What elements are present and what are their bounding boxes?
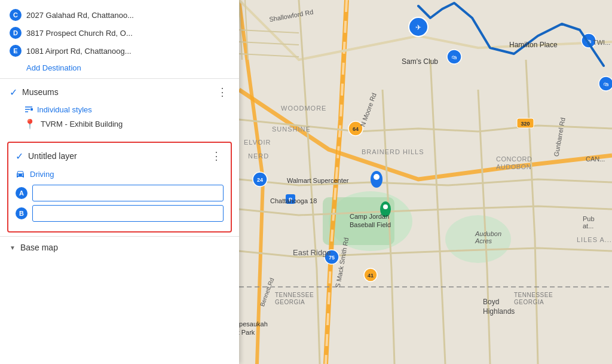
map-label-elvoir: ELVOIR xyxy=(244,139,271,146)
map-label-hamilton: Hamilton Place xyxy=(509,41,558,49)
destination-c[interactable]: C 2027 Galahad Rd, Chattanoo... xyxy=(10,6,230,24)
badge-d: D xyxy=(10,27,22,39)
map-label-pub: Pubat... xyxy=(583,215,595,230)
car-icon xyxy=(16,169,25,179)
route-input-b[interactable] xyxy=(32,205,224,222)
svg-text:✈: ✈ xyxy=(415,23,421,32)
map-label-audubon: AudubonAcres xyxy=(475,230,501,244)
museums-title-row: ✓ Museums xyxy=(10,87,59,98)
untitled-layer-section: ✓ Untitled layer ⋮ Driving A xyxy=(7,142,232,233)
dest-d-text: 3817 Prospect Church Rd, O... xyxy=(26,29,133,38)
badge-a: A xyxy=(16,187,27,199)
badge-b: B xyxy=(16,207,27,219)
svg-text:64: 64 xyxy=(353,126,359,132)
museums-menu-button[interactable]: ⋮ xyxy=(215,85,230,99)
map-label-chattanooga18: Chattanooga 18 xyxy=(270,197,317,204)
tvrm-place-item[interactable]: 📍 TVRM - Exhibit Building xyxy=(10,116,230,132)
svg-text:🛍: 🛍 xyxy=(604,81,609,87)
route-input-a[interactable] xyxy=(32,185,224,201)
route-inputs: A B xyxy=(16,185,224,222)
museums-layer-name: Museums xyxy=(22,87,59,97)
tvrm-place-label: TVRM - Exhibit Building xyxy=(41,120,123,129)
destination-e[interactable]: E 1081 Airport Rd, Chattanoog... xyxy=(10,42,230,60)
dest-c-text: 2027 Galahad Rd, Chattanoo... xyxy=(26,11,134,20)
museums-checkmark[interactable]: ✓ xyxy=(10,87,17,98)
map-label-woodmore: WOODMORE xyxy=(281,105,326,112)
untitled-menu-button[interactable]: ⋮ xyxy=(209,149,224,163)
map-label-nerd: NERD xyxy=(248,152,269,160)
base-map-section: ▼ Base map xyxy=(0,236,239,258)
museums-layer-header: ✓ Museums ⋮ xyxy=(10,85,230,99)
untitled-layer-header: ✓ Untitled layer ⋮ xyxy=(16,149,224,163)
map-label-walmart: Walmart Supercenter xyxy=(287,177,349,184)
map-label-liles: LILES A... xyxy=(577,236,612,243)
map-label-sams-club: Sam's Club xyxy=(402,57,438,66)
badge-c: C xyxy=(10,9,22,21)
map-label-tn-ga-3: TENNESSEEGEORGIA xyxy=(514,292,553,306)
driving-label: Driving xyxy=(30,170,54,179)
map-label-twin: TWI... xyxy=(593,39,610,46)
route-input-row-b: B xyxy=(16,205,224,222)
svg-text:24: 24 xyxy=(257,177,263,183)
base-map-label: Base map xyxy=(20,243,58,252)
svg-text:🛍: 🛍 xyxy=(452,54,457,60)
untitled-checkmark[interactable]: ✓ xyxy=(16,151,23,162)
badge-e: E xyxy=(10,45,22,57)
individual-styles-label: Individual styles xyxy=(37,105,92,114)
destination-list: C 2027 Galahad Rd, Chattanoo... D 3817 P… xyxy=(0,0,239,78)
individual-styles-link[interactable]: Individual styles xyxy=(10,103,230,116)
untitled-layer-name: Untitled layer xyxy=(28,151,77,161)
map-label-sunshine: SUNSHINE xyxy=(272,126,311,133)
map-label-boyd: BoydHighlands xyxy=(483,298,515,316)
svg-point-26 xyxy=(383,204,388,209)
place-pin-icon: 📍 xyxy=(24,118,36,130)
map-label-tn-ga-2: TENNESSEEGEORGIA xyxy=(275,292,314,306)
svg-rect-39 xyxy=(30,108,33,111)
add-destination-link[interactable]: Add Destination xyxy=(10,60,230,76)
route-input-row-a: A xyxy=(16,185,224,201)
destination-d[interactable]: D 3817 Prospect Church Rd, O... xyxy=(10,24,230,42)
sidebar: C 2027 Galahad Rd, Chattanoo... D 3817 P… xyxy=(0,0,239,364)
driving-row[interactable]: Driving xyxy=(16,167,224,181)
map-label-brainerd-hills: BRAINERD HILLS xyxy=(362,148,424,155)
museums-layer-section: ✓ Museums ⋮ Individual styles 📍 TVRM - E… xyxy=(0,78,239,138)
svg-text:320: 320 xyxy=(521,121,530,127)
svg-point-24 xyxy=(374,174,380,180)
svg-text:41: 41 xyxy=(368,273,374,279)
untitled-layer-wrapper: ✓ Untitled layer ⋮ Driving A xyxy=(0,138,239,236)
map-label-east-ridge: East Ridge xyxy=(293,248,331,257)
triangle-icon: ▼ xyxy=(10,244,16,251)
svg-text:🛍: 🛍 xyxy=(586,38,592,44)
dest-e-text: 1081 Airport Rd, Chattanoog... xyxy=(26,47,131,56)
map-label-can: CAN... xyxy=(586,155,605,163)
map-label-camp-jordan: Camp JordanBaseball Field xyxy=(350,212,391,230)
map-label-concord: CONCORDAUDOBON xyxy=(496,155,532,171)
individual-styles-icon xyxy=(24,105,33,114)
base-map-row[interactable]: ▼ Base map xyxy=(10,243,230,252)
untitled-title-row: ✓ Untitled layer xyxy=(16,151,77,162)
